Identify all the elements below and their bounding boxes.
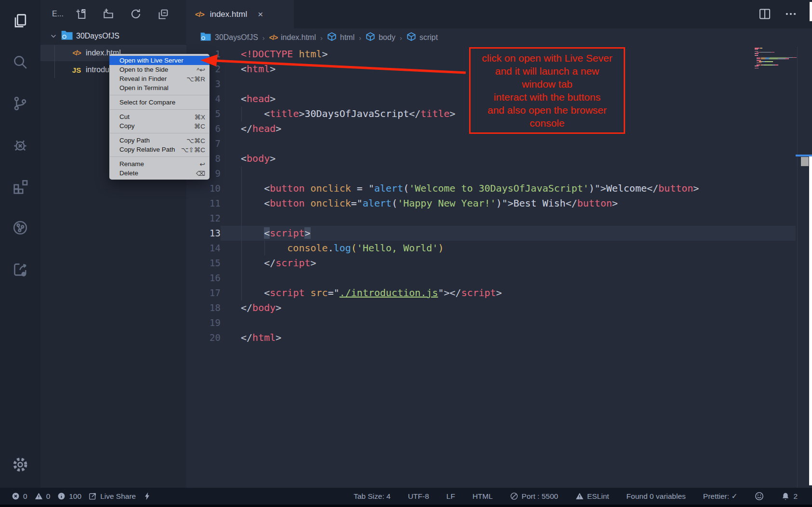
collapse-folders-icon[interactable] (157, 8, 169, 20)
line-content: console.log('Hello, World') (221, 241, 444, 256)
annotation-text: and also open the browser (471, 104, 624, 117)
tree-item-root-folder[interactable]: 30DaysOfJS (40, 28, 186, 44)
breadcrumb-label: script (419, 33, 438, 42)
line-content: <html> (221, 62, 275, 77)
tree-item-label: 30DaysOfJS (76, 32, 119, 40)
code-line: 9 (186, 166, 796, 181)
menu-item-open-to-the-side[interactable]: Open to the Side^↩ (109, 65, 210, 74)
menu-item-rename[interactable]: Rename↩ (109, 159, 210, 169)
breadcrumb-item-30daysofjs[interactable]: 30DaysOfJS (200, 32, 258, 43)
breadcrumb-item-html[interactable]: html (327, 32, 354, 43)
indent-guide (241, 106, 242, 121)
menu-item-open-in-terminal[interactable]: Open in Terminal (109, 83, 210, 92)
status-bar: 00100Live Share Tab Size: 4UTF-8LFHTMLPo… (0, 488, 812, 505)
activity-extensions-icon[interactable] (9, 175, 32, 198)
line-content: <button onclick = "alert('Welcome to 30D… (221, 181, 699, 196)
breadcrumb-separator: › (359, 34, 361, 42)
status-100[interactable]: 100 (57, 492, 81, 501)
menu-item-select-for-compare[interactable]: Select for Compare (109, 98, 210, 107)
status-utf-8[interactable]: UTF-8 (408, 492, 429, 501)
breadcrumb-item-script[interactable]: script (406, 32, 438, 43)
status-live-share[interactable]: Live Share (89, 492, 136, 501)
settings-gear-icon[interactable] (9, 453, 32, 476)
folder-icon (200, 32, 211, 43)
status-found-0-variables[interactable]: Found 0 variables (627, 492, 686, 501)
scrollbar-track[interactable] (809, 155, 812, 485)
code-line: 18</body> (186, 300, 796, 315)
minimap-divider (797, 47, 798, 488)
js-file-icon: JS (69, 66, 84, 74)
more-actions-icon[interactable] (785, 8, 797, 20)
activity-live-share-circle-icon[interactable] (9, 216, 32, 239)
tab-index-html[interactable]: </> index.html × (186, 0, 294, 28)
tab-label: index.html (210, 10, 247, 19)
status-tab-size-4[interactable]: Tab Size: 4 (354, 492, 391, 501)
new-folder-icon[interactable] (103, 8, 114, 20)
explorer-header: E... (40, 0, 186, 27)
menu-item-cut[interactable]: Cut⌘X (109, 112, 210, 121)
line-content: <title>30DaysOfJavaScript</title> (221, 106, 456, 121)
status-bolt[interactable] (143, 492, 151, 500)
breadcrumb-separator: › (320, 34, 323, 42)
status-0[interactable]: 0 (12, 492, 27, 501)
line-number: 18 (186, 300, 221, 315)
breadcrumb: 30DaysOfJS›</>index.html›html›body›scrip… (186, 28, 812, 47)
menu-item-delete[interactable]: Delete⌫ (109, 169, 210, 178)
line-number: 17 (186, 286, 221, 300)
new-file-icon[interactable] (75, 8, 87, 20)
menu-separator (110, 95, 209, 95)
activity-bar (0, 0, 40, 488)
annotation-text: and it will launch a new (471, 65, 624, 78)
window-bottom-edge (0, 505, 812, 507)
line-number: 11 (186, 196, 221, 211)
line-content (221, 271, 241, 286)
menu-item-open-with-live-server[interactable]: Open with Live Server (109, 56, 210, 65)
line-number: 13 (186, 226, 221, 241)
status-eslint[interactable]: ESLint (576, 492, 609, 501)
menu-item-copy[interactable]: Copy⌘C (109, 121, 210, 130)
activity-run-debug-icon[interactable] (9, 133, 32, 156)
code-line: 12 (186, 211, 796, 226)
symbol-cube-icon (327, 32, 337, 43)
activity-search-icon[interactable] (9, 51, 32, 74)
refresh-icon[interactable] (130, 8, 142, 20)
status-lf[interactable]: LF (446, 492, 455, 501)
line-number: 15 (186, 256, 221, 271)
code-line: 7 (186, 136, 796, 151)
activity-share-arrow-icon[interactable] (9, 258, 32, 281)
line-content (221, 315, 241, 330)
line-number: 19 (186, 315, 221, 330)
split-editor-icon[interactable] (759, 8, 771, 20)
minimap[interactable] (755, 48, 796, 69)
line-content: <head> (221, 91, 275, 106)
warning-triangle-icon (35, 492, 43, 500)
error-circle-icon (12, 492, 20, 500)
status-smiley[interactable] (755, 492, 764, 501)
menu-separator (110, 156, 209, 157)
scrollbar-thumb[interactable] (801, 157, 809, 166)
line-content (221, 211, 241, 226)
scrollbar-track-top (810, 2, 812, 21)
code-line: 15 </script> (186, 256, 796, 271)
breadcrumb-item-body[interactable]: body (366, 32, 395, 43)
status-html[interactable]: HTML (472, 492, 493, 501)
line-content: <!DOCTYPE html> (221, 47, 328, 62)
menu-item-reveal-in-finder[interactable]: Reveal in Finder⌥⌘R (109, 74, 210, 83)
status-2[interactable]: 2 (781, 492, 798, 501)
line-content: <script src="./introduction.js"></script… (221, 286, 502, 300)
code-line: 10 <button onclick = "alert('Welcome to … (186, 181, 796, 196)
activity-explorer-icon[interactable] (9, 9, 32, 32)
breadcrumb-item-index-html[interactable]: </>index.html (269, 33, 316, 42)
live-share-icon (89, 492, 97, 500)
line-content: <button onclick="alert('Happy New Year!'… (221, 196, 618, 211)
status-port-5500[interactable]: Port : 5500 (510, 492, 558, 501)
activity-source-control-icon[interactable] (9, 92, 32, 115)
code-icon: </> (269, 33, 277, 42)
close-icon[interactable]: × (258, 9, 263, 20)
status-0[interactable]: 0 (35, 492, 51, 501)
tree-indent-guide (54, 45, 55, 78)
annotation-text: interact with the buttons (471, 91, 624, 104)
status-prettier-[interactable]: Prettier: ✓ (703, 492, 738, 501)
menu-item-copy-path[interactable]: Copy Path⌥⌘C (109, 136, 210, 145)
menu-item-copy-relative-path[interactable]: Copy Relative Path⌥⇧⌘C (109, 145, 210, 154)
